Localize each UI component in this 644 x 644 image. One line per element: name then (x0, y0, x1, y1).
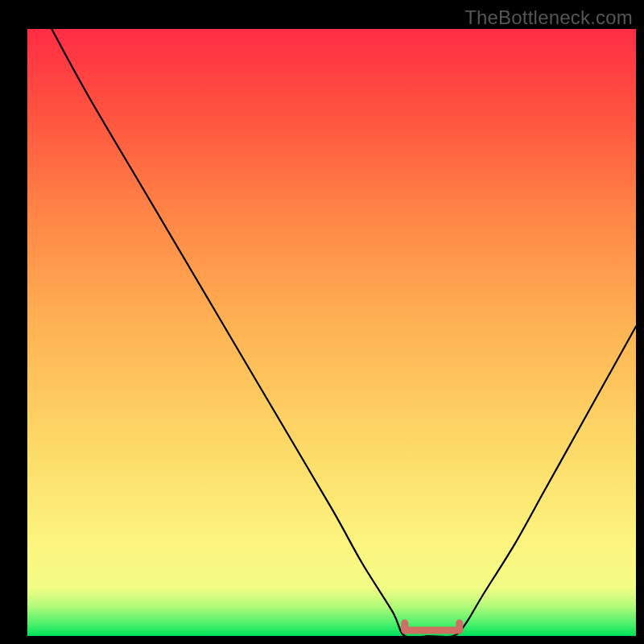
chart-heat-background (27, 29, 636, 636)
bottleneck-chart (0, 0, 644, 644)
watermark-text: TheBottleneck.com (464, 6, 633, 29)
